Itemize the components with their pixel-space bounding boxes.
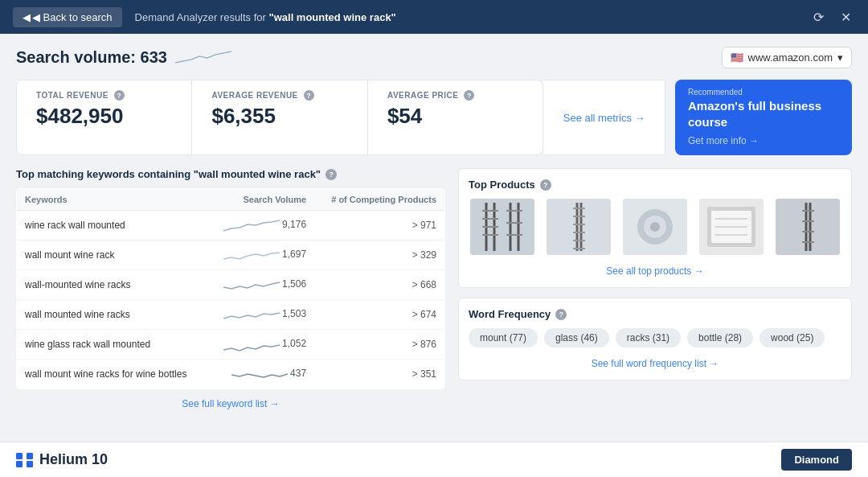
- search-volume-row: Search volume: 633 🇺🇸 www.amazon.com ▾: [16, 47, 852, 68]
- see-all-products-row: See all top products →: [469, 263, 841, 278]
- top-navigation-bar: ◀ ◀ Back to search Demand Analyzer resul…: [0, 0, 868, 34]
- avg-revenue-label: AVERAGE REVENUE ?: [211, 90, 347, 101]
- table-row: wine rack wall mounted 9,176 > 971: [17, 211, 445, 241]
- word-chips-container: mount (77)glass (46)racks (31)bottle (28…: [469, 328, 841, 347]
- keyword-cell: wall mounted wine racks: [17, 300, 208, 330]
- search-volume-label: Search volume: 633: [16, 48, 231, 68]
- keyword-cell: wall mount wine rack: [17, 241, 208, 270]
- main-content: Search volume: 633 🇺🇸 www.amazon.com ▾ T…: [0, 34, 868, 442]
- table-row: wall mount wine rack 1,697 > 329: [17, 241, 445, 270]
- competing-cell: > 674: [314, 300, 444, 330]
- svg-rect-0: [470, 199, 534, 255]
- back-arrow-icon: ◀: [23, 11, 31, 23]
- word-chip[interactable]: glass (46): [544, 328, 609, 347]
- volume-sparkline: [231, 365, 288, 383]
- avg-revenue-help-icon[interactable]: ?: [304, 90, 314, 101]
- col-search-volume: Search Volume: [208, 189, 314, 211]
- word-chip[interactable]: racks (31): [616, 328, 681, 347]
- product-2[interactable]: [547, 199, 611, 255]
- total-revenue-label: TOTAL REVENUE ?: [36, 90, 172, 101]
- volume-sparkline: [223, 216, 280, 234]
- chevron-down-icon: ▾: [837, 51, 843, 64]
- table-row: wall-mounted wine racks 1,506 > 668: [17, 270, 445, 300]
- recommended-card: Recommended Amazon's full business cours…: [675, 80, 852, 155]
- avg-price-label: AVERAGE PRICE ?: [387, 90, 523, 101]
- see-full-keywords-row: See full keyword list →: [16, 396, 445, 410]
- word-frequency-section: Word Frequency ? mount (77)glass (46)rac…: [458, 298, 852, 380]
- word-frequency-help-icon[interactable]: ?: [555, 309, 567, 320]
- logo-icon: [16, 453, 33, 467]
- recommended-title: Amazon's full business course: [688, 98, 839, 130]
- see-all-products-link[interactable]: See all top products →: [606, 265, 703, 277]
- total-revenue-value: $482,950: [36, 104, 172, 129]
- metrics-row: TOTAL REVENUE ? $482,950 AVERAGE REVENUE…: [16, 80, 852, 155]
- word-chip[interactable]: wood (25): [760, 328, 825, 347]
- volume-cell: 1,503: [208, 300, 314, 330]
- see-full-word-frequency-link[interactable]: See full word frequency list →: [592, 358, 719, 369]
- product-1-image: [470, 199, 534, 255]
- metrics-cards: TOTAL REVENUE ? $482,950 AVERAGE REVENUE…: [16, 80, 665, 155]
- page-title: Demand Analyzer results for "wall mounte…: [135, 11, 396, 23]
- product-3-image: [623, 199, 687, 255]
- avg-price-card: AVERAGE PRICE ? $54: [368, 80, 543, 155]
- word-chip[interactable]: mount (77): [469, 328, 538, 347]
- volume-cell: 1,052: [208, 330, 314, 360]
- volume-sparkline: [223, 276, 280, 294]
- domain-selector[interactable]: 🇺🇸 www.amazon.com ▾: [722, 47, 852, 68]
- avg-price-value: $54: [387, 104, 523, 129]
- helium10-logo: Helium 10: [16, 451, 108, 468]
- two-column-layout: Top matching keywords containing "wall m…: [16, 168, 852, 410]
- product-5[interactable]: [776, 199, 840, 255]
- volume-cell: 9,176: [208, 211, 314, 241]
- keyword-cell: wine rack wall mounted: [17, 211, 208, 241]
- competing-cell: > 351: [314, 360, 444, 389]
- product-4[interactable]: [699, 199, 764, 255]
- refresh-button[interactable]: ⟳: [809, 7, 828, 27]
- svg-rect-12: [547, 199, 611, 255]
- see-all-metrics-card: See all metrics →: [543, 80, 665, 155]
- keywords-table: Keywords Search Volume # of Competing Pr…: [16, 188, 445, 389]
- table-row: wall mounted wine racks 1,503 > 674: [17, 300, 445, 330]
- svg-point-24: [650, 222, 660, 232]
- back-button-label: ◀ Back to search: [32, 11, 113, 23]
- close-button[interactable]: ✕: [836, 7, 855, 27]
- flag-icon: 🇺🇸: [731, 51, 743, 64]
- keyword-cell: wine glass rack wall mounted: [17, 330, 208, 360]
- col-competing: # of Competing Products: [314, 189, 444, 211]
- recommended-link[interactable]: Get more info →: [688, 135, 759, 146]
- bottom-bar: Helium 10 Diamond: [0, 442, 868, 477]
- keywords-section: Top matching keywords containing "wall m…: [16, 168, 445, 410]
- close-icon: ✕: [841, 10, 851, 25]
- total-revenue-card: TOTAL REVENUE ? $482,950: [16, 80, 192, 155]
- competing-cell: > 668: [314, 270, 444, 300]
- svg-rect-31: [776, 199, 840, 255]
- recommended-label: Recommended: [688, 88, 839, 97]
- avg-price-help-icon[interactable]: ?: [464, 90, 474, 101]
- see-all-metrics-link[interactable]: See all metrics →: [563, 112, 645, 124]
- keywords-help-icon[interactable]: ?: [326, 169, 337, 180]
- product-3[interactable]: [623, 199, 687, 255]
- volume-sparkline: [223, 306, 280, 323]
- top-products-title: Top Products ?: [469, 179, 841, 191]
- volume-sparkline: [223, 246, 280, 264]
- competing-cell: > 329: [314, 241, 444, 270]
- product-4-image: [699, 199, 764, 255]
- volume-cell: 1,697: [208, 241, 314, 270]
- product-1[interactable]: [470, 199, 534, 255]
- product-5-image: [776, 199, 840, 255]
- col-keywords: Keywords: [17, 189, 208, 211]
- product-2-image: [547, 199, 611, 255]
- right-column: Top Products ?: [458, 168, 852, 410]
- see-full-word-frequency-row: See full word frequency list →: [469, 356, 841, 370]
- plan-badge: Diamond: [781, 449, 852, 471]
- top-products-help-icon[interactable]: ?: [540, 179, 551, 191]
- back-to-search-button[interactable]: ◀ ◀ Back to search: [13, 7, 122, 27]
- keywords-section-title: Top matching keywords containing "wall m…: [16, 168, 445, 180]
- competing-cell: > 876: [314, 330, 444, 360]
- see-full-keywords-link[interactable]: See full keyword list →: [182, 398, 279, 409]
- total-revenue-help-icon[interactable]: ?: [114, 90, 125, 101]
- volume-cell: 437: [208, 360, 314, 389]
- keyword-cell: wall-mounted wine racks: [17, 270, 208, 300]
- word-chip[interactable]: bottle (28): [687, 328, 753, 347]
- table-row: wine glass rack wall mounted 1,052 > 876: [17, 330, 445, 360]
